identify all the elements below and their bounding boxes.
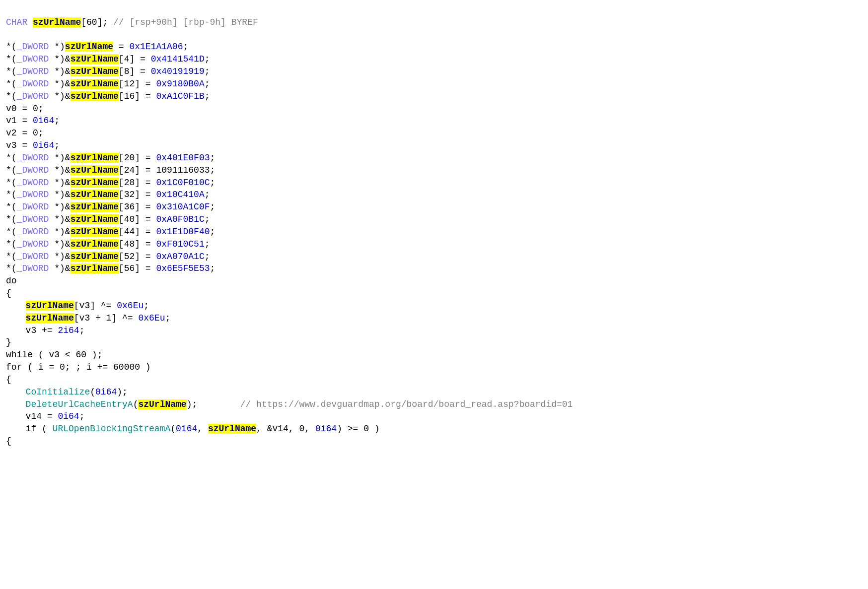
code-text: *)& [49, 79, 70, 89]
code-text: *)& [49, 239, 70, 249]
code-text: [56] = [119, 263, 156, 273]
code-text: *( [6, 239, 17, 249]
variable-highlighted: szUrlName [208, 424, 256, 434]
code-line-26: v3 += 2i64; [6, 325, 862, 337]
code-text: ; [205, 91, 210, 101]
code-text: *)& [49, 190, 70, 199]
code-line-3: *(_DWORD *)szUrlName = 0x1E1A1A06; [6, 41, 862, 53]
variable-highlighted: szUrlName [71, 227, 119, 237]
code-text: *)& [49, 178, 70, 188]
code-text: [48] = [119, 239, 156, 249]
code-line-29: for ( i = 0; ; i += 60000 ) [6, 361, 862, 374]
code-text: ( [90, 387, 95, 397]
code-text: ; [205, 252, 210, 262]
hex-value: 0x1E1D0F40 [156, 227, 210, 237]
code-text: ; [210, 178, 216, 188]
code-line-23: { [6, 287, 862, 300]
hex-value: 0i64 [95, 387, 117, 397]
code-text: = [113, 42, 129, 52]
code-text: v3 = [6, 140, 33, 150]
code-text: *) [49, 42, 65, 52]
variable-highlighted: szUrlName [71, 239, 119, 249]
code-text: , &v14, 0, [256, 424, 315, 434]
code-text: *)& [49, 66, 70, 76]
hex-value: 0x40191919 [151, 66, 205, 76]
code-line-22: do [6, 275, 862, 287]
keyword: _DWORD [17, 153, 49, 163]
code-line-13: *(_DWORD *)&szUrlName[24] = 1091116033; [6, 164, 862, 177]
code-line-6: *(_DWORD *)&szUrlName[12] = 0x9180B0A; [6, 78, 862, 90]
variable-highlighted: szUrlName [71, 263, 119, 273]
keyword: _DWORD [17, 79, 49, 89]
code-line-20: *(_DWORD *)&szUrlName[52] = 0xA070A1C; [6, 251, 862, 263]
code-line-1: CHAR szUrlName[60]; // [rsp+90h] [rbp-9h… [6, 16, 862, 29]
code-line-16: *(_DWORD *)&szUrlName[36] = 0x310A1C0F; [6, 201, 862, 213]
hex-value: 0x6E5F5E53 [156, 263, 210, 273]
code-text: *( [6, 66, 17, 76]
code-line-18: *(_DWORD *)&szUrlName[44] = 0x1E1D0F40; [6, 226, 862, 238]
code-text: ; [183, 42, 188, 52]
comment: // https://www.devguardmap.org/board/boa… [197, 399, 573, 409]
variable-highlighted: szUrlName [71, 153, 119, 163]
code-line-35: { [6, 435, 862, 448]
code-text: *( [6, 42, 17, 52]
variable-highlighted: szUrlName [71, 54, 119, 64]
code-line-7: *(_DWORD *)&szUrlName[16] = 0xA1C0F1B; [6, 90, 862, 103]
code-text: ; [54, 116, 60, 126]
comment: // [rsp+90h] [rbp-9h] BYREF [113, 17, 258, 27]
code-text: ; [79, 411, 85, 421]
code-text: , [197, 424, 208, 434]
code-text: ; [205, 79, 210, 89]
variable-highlighted: szUrlName [71, 178, 119, 188]
code-text: *( [6, 91, 17, 101]
code-text: ; [210, 202, 216, 212]
variable-highlighted: szUrlName [26, 301, 74, 311]
hex-value: 0x401E0F03 [156, 153, 210, 163]
code-text: *( [6, 263, 17, 273]
hex-value: 0i64 [315, 424, 337, 434]
code-text: [52] = [119, 252, 156, 262]
hex-value: 0i64 [176, 424, 197, 434]
variable-highlighted: szUrlName [71, 202, 119, 212]
keyword: _DWORD [17, 214, 49, 224]
variable-highlighted: szUrlName [71, 252, 119, 262]
code-text: [16] = [119, 91, 156, 101]
code-line-14: *(_DWORD *)&szUrlName[28] = 0x1C0F010C; [6, 177, 862, 189]
code-text: [28] = [119, 178, 156, 188]
keyword: _DWORD [17, 178, 49, 188]
code-text: v3 += [26, 326, 58, 335]
hex-value: 0x1E1A1A06 [129, 42, 183, 52]
variable-highlighted: szUrlName [138, 399, 186, 409]
hex-value: 0x310A1C0F [156, 202, 210, 212]
code-line-12: *(_DWORD *)&szUrlName[20] = 0x401E0F03; [6, 152, 862, 164]
hex-value: 0i64 [33, 140, 54, 150]
code-line-10: v2 = 0; [6, 127, 862, 139]
variable-highlighted: szUrlName [71, 214, 119, 224]
code-text: [40] = [119, 214, 156, 224]
code-text: *)& [49, 202, 70, 212]
code-text: *( [6, 214, 17, 224]
keyword: _DWORD [17, 227, 49, 237]
code-text: ; [210, 263, 216, 273]
variable-highlighted: szUrlName [33, 17, 81, 27]
function-name: CoInitialize [26, 387, 90, 397]
code-text: *)& [49, 91, 70, 101]
hex-value: 0xA0F0B1C [156, 214, 204, 224]
code-line-33: v14 = 0i64; [6, 410, 862, 423]
code-text: ; [165, 313, 170, 323]
code-text: [v3] ^= [74, 301, 117, 311]
keyword: _DWORD [17, 66, 49, 76]
code-text: ; [144, 301, 149, 311]
code-text: v14 = [26, 411, 58, 421]
code-line-32: DeleteUrlCacheEntryA(szUrlName); // http… [6, 398, 862, 411]
code-text: *( [6, 227, 17, 237]
function-name: URLOpenBlockingStreamA [53, 424, 171, 434]
code-line-8: v0 = 0; [6, 103, 862, 115]
code-text: *)& [49, 227, 70, 237]
keyword: _DWORD [17, 91, 49, 101]
variable-highlighted: szUrlName [71, 79, 119, 89]
code-text: } [6, 337, 11, 347]
code-text: ; [205, 54, 210, 64]
code-text: ; [205, 190, 210, 199]
code-text: [36] = [119, 202, 156, 212]
